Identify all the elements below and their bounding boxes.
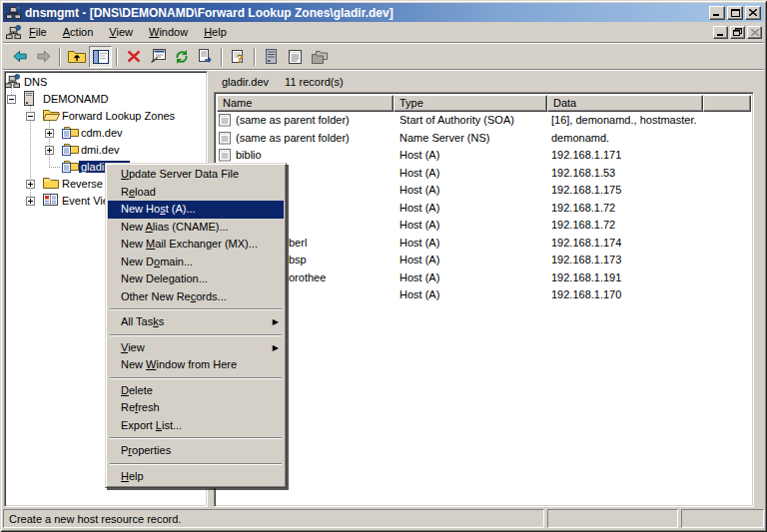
- record-row[interactable]: Host (A)192.168.1.170: [217, 286, 751, 304]
- tree-item-label: Reverse: [60, 178, 105, 190]
- tree-item-cdm-dev[interactable]: cdm.dev: [5, 125, 207, 142]
- record-data: 192.168.1.173: [551, 254, 621, 266]
- minimize-icon: [713, 9, 721, 16]
- record-row[interactable]: Host (A)192.168.1.175: [217, 182, 751, 200]
- title-bar[interactable]: dnsmgmt - [DNS\DEMONAMD\Forward Lookup Z…: [3, 3, 764, 22]
- context-menu-item-help[interactable]: Help: [108, 468, 284, 486]
- menu-help[interactable]: Help: [196, 23, 235, 41]
- record-row[interactable]: berlHost (A)192.168.1.174: [217, 235, 751, 253]
- record-row[interactable]: Host (A)192.168.1.72: [217, 217, 751, 235]
- tree-item-forward-lookup-zones[interactable]: Forward Lookup Zones: [5, 108, 207, 125]
- mdi-restore-button[interactable]: [730, 26, 745, 39]
- expand-toggle-icon[interactable]: [26, 180, 35, 189]
- context-menu-item-label: Help: [121, 470, 144, 482]
- back-button[interactable]: [8, 46, 31, 68]
- expand-toggle-icon[interactable]: [26, 197, 35, 206]
- collapse-toggle-icon[interactable]: [26, 112, 35, 121]
- mdi-minimize-button[interactable]: [713, 26, 728, 39]
- record-row[interactable]: (same as parent folder)Start of Authorit…: [217, 112, 751, 130]
- refresh-button[interactable]: [170, 46, 193, 68]
- context-menu-item-properties[interactable]: Properties: [108, 442, 284, 460]
- properties-icon: [150, 49, 166, 64]
- record-name: biblio: [236, 149, 262, 161]
- record-type: Host (A): [399, 237, 439, 249]
- toolbar: ?: [3, 44, 764, 70]
- context-menu-item-export-list[interactable]: Export List...: [108, 417, 284, 435]
- toolbar-separator: [221, 48, 223, 66]
- server-button[interactable]: [260, 46, 283, 68]
- export-list-button[interactable]: [194, 46, 217, 68]
- mdi-close-button-disabled[interactable]: [747, 26, 762, 39]
- expand-toggle-icon[interactable]: [45, 129, 54, 138]
- forward-button[interactable]: [32, 46, 55, 68]
- record-row[interactable]: biblioHost (A)192.168.1.171: [217, 147, 751, 165]
- menu-window[interactable]: Window: [141, 23, 196, 41]
- context-menu-item-label: View: [121, 341, 145, 353]
- up-one-level-button[interactable]: [65, 46, 88, 68]
- record-data: 192.168.1.170: [551, 288, 621, 300]
- column-header-type[interactable]: Type: [393, 95, 547, 112]
- submenu-arrow-icon: ▶: [273, 339, 279, 357]
- help-button[interactable]: ?: [227, 46, 250, 68]
- record-row[interactable]: Host (A)192.168.1.53: [217, 165, 751, 183]
- delete-button[interactable]: [122, 46, 145, 68]
- folders-button[interactable]: [308, 46, 331, 68]
- context-menu-separator: [110, 437, 282, 439]
- list-pad-icon: [289, 49, 302, 64]
- context-menu-separator: [110, 377, 282, 379]
- restore-icon: [733, 28, 742, 36]
- listview-column-headers: NameTypeData: [217, 95, 751, 112]
- menu-file[interactable]: File: [21, 23, 55, 41]
- properties-button[interactable]: [146, 46, 169, 68]
- show-hide-console-tree-button[interactable]: [89, 46, 112, 68]
- close-button[interactable]: [745, 6, 761, 20]
- up-folder-icon: [68, 49, 86, 64]
- expand-toggle-icon[interactable]: [45, 146, 54, 155]
- context-menu-item-new-delegation[interactable]: New Delegation...: [108, 270, 284, 288]
- record-row[interactable]: orotheeHost (A)192.168.1.191: [217, 269, 751, 287]
- context-menu-item-new-window-from-here[interactable]: New Window from Here: [108, 356, 284, 374]
- record-row[interactable]: (same as parent folder)Name Server (NS)d…: [217, 130, 751, 148]
- record-type: Host (A): [399, 288, 439, 300]
- context-menu-item-label: Properties: [121, 444, 171, 456]
- collapse-toggle-icon[interactable]: [7, 95, 16, 104]
- context-menu-item-new-mail-exchanger-mx[interactable]: New Mail Exchanger (MX)...: [108, 236, 284, 254]
- record-row[interactable]: Host (A)192.168.1.72: [217, 200, 751, 218]
- context-menu-separator: [110, 308, 282, 310]
- record-icon: [219, 131, 231, 145]
- menu-action[interactable]: Action: [55, 23, 102, 41]
- records-listview[interactable]: NameTypeData (same as parent folder)Star…: [214, 92, 754, 507]
- record-data: 192.168.1.174: [551, 237, 621, 249]
- result-pane-header: gladir.dev 11 record(s): [214, 71, 754, 92]
- minimize-icon: [717, 29, 725, 36]
- minimize-button[interactable]: [709, 6, 725, 20]
- context-menu-item-delete[interactable]: Delete: [108, 382, 284, 400]
- record-row[interactable]: bspHost (A)192.168.1.173: [217, 252, 751, 269]
- context-menu-item-all-tasks[interactable]: All Tasks▶: [108, 313, 284, 331]
- context-menu-item-new-alias-cname[interactable]: New Alias (CNAME)...: [108, 219, 284, 237]
- context-menu-item-view[interactable]: View▶: [108, 339, 284, 357]
- delete-icon: [127, 50, 141, 63]
- context-menu-item-refresh[interactable]: Refresh: [108, 399, 284, 417]
- column-header-data[interactable]: Data: [547, 95, 703, 112]
- zone-icon: [62, 125, 79, 139]
- refresh-icon: [174, 49, 190, 65]
- menu-view[interactable]: View: [101, 23, 141, 41]
- record-name: bsp: [289, 254, 307, 266]
- context-menu-item-new-host-a[interactable]: New Host (A)...: [108, 201, 284, 219]
- context-menu-item-update-server-data-file[interactable]: Update Server Data File: [108, 166, 284, 184]
- record-name: (same as parent folder): [236, 114, 350, 126]
- result-pane: gladir.dev 11 record(s) NameTypeData (sa…: [214, 71, 754, 507]
- context-menu-item-new-domain[interactable]: New Domain...: [108, 254, 284, 271]
- maximize-button[interactable]: [727, 6, 743, 20]
- tree-item-dns[interactable]: DNS: [5, 74, 207, 91]
- tree-item-demonamd[interactable]: DEMONAMD: [5, 91, 207, 108]
- column-header-name[interactable]: Name: [217, 95, 393, 112]
- record-list-button[interactable]: [284, 46, 307, 68]
- record-data: 192.168.1.171: [551, 149, 621, 161]
- tree-item-dmi-dev[interactable]: dmi.dev: [5, 142, 207, 159]
- context-menu-item-other-new-records[interactable]: Other New Records...: [108, 288, 284, 306]
- record-data: [16], demonamd., hostmaster.: [551, 114, 697, 126]
- context-menu-item-reload[interactable]: Reload: [108, 184, 284, 202]
- context-menu-item-label: New Domain...: [121, 256, 193, 267]
